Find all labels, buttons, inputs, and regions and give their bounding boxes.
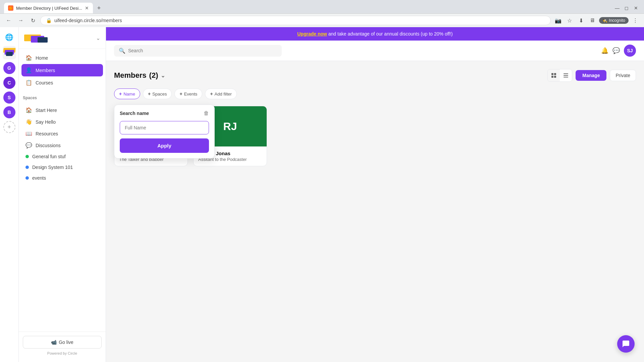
tab-favicon: 🔶 [8,5,13,11]
powered-by-text: Powered by Circle [23,349,102,358]
members-title[interactable]: Members (2) ⌄ [114,71,165,80]
star-icon[interactable]: ☆ [565,16,574,25]
download-icon[interactable]: ⬇ [576,16,586,25]
sidebar-item-home[interactable]: 🏠 Home [21,52,103,64]
svg-rect-3 [554,76,556,78]
search-bar[interactable]: 🔍 [114,45,282,57]
upgrade-link[interactable]: Upgrade now [297,31,327,37]
members-count: (2) [149,71,158,80]
sidebar-courses-label: Courses [36,80,53,85]
forward-button[interactable]: → [16,16,25,25]
members-chevron-icon: ⌄ [161,72,165,79]
sidebar-chevron-icon[interactable]: ⌄ [96,35,100,41]
spaces-section-title: Spaces [19,92,106,102]
space-say-hello[interactable]: 👋 Say Hello [21,116,103,128]
space-start-here[interactable]: 🏠 Start Here [21,104,103,116]
sidebar-nav: 🏠 Home 👤 Members 📋 Courses [19,49,106,92]
active-tab[interactable]: 🔶 Member Directory | UIFeed Desi... ✕ [4,3,93,13]
filter-delete-button[interactable]: 🗑 [204,110,209,116]
sidebar: ⌄ 🏠 Home 👤 Members 📋 Courses Spaces 🏠 St… [19,27,106,362]
private-button[interactable]: Private [610,70,636,81]
notifications-icon[interactable]: 🔔 [601,47,608,54]
lock-icon: 🔒 [46,18,52,23]
rail-g-icon[interactable]: G [3,62,15,74]
rail-c-icon[interactable]: C [3,77,15,89]
sidebar-item-members[interactable]: 👤 Members [21,64,103,76]
members-icon: 👤 [25,67,32,73]
space-design-system[interactable]: Design System 101 [21,162,103,173]
events-filter-plus-icon: + [179,91,182,97]
screen-icon[interactable]: 🖥 [588,16,597,25]
sidebar-item-courses[interactable]: 📋 Courses [21,76,103,89]
events-filter-button[interactable]: + Events [174,88,202,99]
space-general[interactable]: General fun stuf [21,151,103,162]
sidebar-members-label: Members [36,68,55,73]
camera-icon[interactable]: 📷 [553,16,563,25]
space-discussions[interactable]: 💬 Discussions [21,139,103,151]
start-here-icon: 🏠 [25,107,32,113]
sidebar-logo [24,33,51,43]
restore-button[interactable]: ◻ [623,4,631,12]
add-space-button[interactable]: + [3,121,15,133]
space-resources[interactable]: 📖 Resources [21,128,103,139]
space-events[interactable]: events [21,173,103,183]
video-icon: 📹 [51,340,57,345]
general-dot-icon [25,155,29,158]
name-filter-button[interactable]: + Name [114,88,140,99]
space-general-label: General fun stuf [32,154,66,159]
upgrade-banner: Upgrade now and take advantage of our an… [106,27,644,41]
discussions-icon: 💬 [25,142,32,148]
manage-button[interactable]: Manage [576,70,606,81]
minimize-button[interactable]: ― [613,4,621,12]
tab-close-button[interactable]: ✕ [85,5,89,11]
business-icon[interactable] [3,46,16,59]
logo-image [24,33,51,43]
filter-dropdown-title: Search name [120,111,149,116]
svg-rect-1 [554,73,556,75]
design-system-dot-icon [25,166,29,169]
robert-initials: RJ [223,120,237,133]
list-view-button[interactable] [560,69,572,81]
space-resources-label: Resources [36,131,58,136]
incognito-badge: 🕵 Incognito [599,17,629,24]
banner-text: and take advantage of our annual discoun… [328,31,453,37]
app-header: 🔍 🔔 💬 SJ [106,41,644,61]
grid-view-button[interactable] [548,69,560,81]
search-input[interactable] [128,48,277,53]
add-filter-button[interactable]: + Add filter [205,88,237,99]
user-avatar[interactable]: SJ [624,45,636,57]
courses-icon: 📋 [25,79,32,86]
spaces-filter-button[interactable]: + Spaces [143,88,172,99]
refresh-button[interactable]: ↻ [28,16,38,25]
filters-bar: + Name + Spaces + Events + Add filter [114,88,636,99]
home-globe-icon[interactable]: 🌐 [3,31,15,43]
events-dot-icon [25,176,29,180]
name-search-input[interactable] [120,121,209,134]
incognito-icon: 🕵 [602,18,607,23]
address-bar[interactable]: 🔒 uifeed-design.circle.so/members [40,16,551,25]
members-area: Members (2) ⌄ [106,61,644,362]
close-window-button[interactable]: ✕ [632,4,640,12]
new-tab-button[interactable]: + [94,3,104,13]
chat-fab-button[interactable] [617,335,635,353]
space-discussions-label: Discussions [36,143,61,148]
resources-icon: 📖 [25,130,32,137]
menu-button[interactable]: ⋮ [631,16,640,25]
chat-icon[interactable]: 💬 [612,47,620,54]
members-actions: Manage Private [547,69,636,82]
icon-rail: 🌐 G C S B + [0,27,19,362]
go-live-button[interactable]: 📹 Go live [23,336,102,349]
view-toggle [547,69,572,82]
filter-dropdown-header: Search name 🗑 [120,110,209,116]
url-text: uifeed-design.circle.so/members [54,18,122,23]
rail-s-icon[interactable]: S [3,92,15,104]
back-button[interactable]: ← [4,16,13,25]
filter-apply-button[interactable]: Apply [120,138,209,153]
sidebar-home-label: Home [36,55,48,61]
tab-title: Member Directory | UIFeed Desi... [16,6,82,11]
events-filter-label: Events [184,92,198,97]
main-content: Upgrade now and take advantage of our an… [106,27,644,362]
sidebar-footer: 📹 Go live Powered by Circle [19,331,106,362]
members-title-text: Members [114,71,147,80]
rail-b-icon[interactable]: B [3,106,15,118]
